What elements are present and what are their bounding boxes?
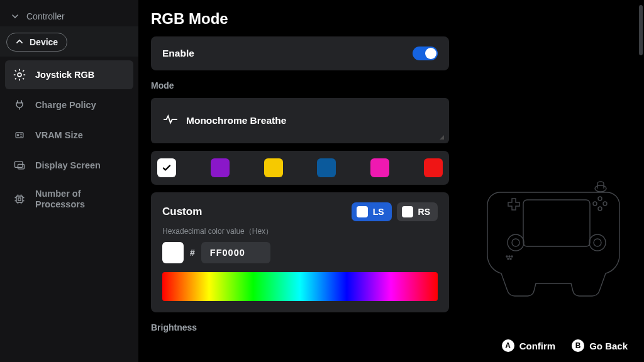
enable-card: Enable: [151, 36, 449, 70]
sidebar-item-label: Charge Policy: [35, 100, 96, 111]
hex-row: #: [162, 242, 438, 263]
svg-point-12: [508, 234, 524, 251]
plug-icon: [13, 98, 26, 112]
sidebar: Controller Device Joystick RGB C: [0, 0, 138, 362]
sidebar-item-label: VRAM Size: [35, 130, 83, 141]
svg-rect-4: [18, 164, 25, 169]
hex-hint: Hexadecimal color value（Hex）: [162, 226, 438, 237]
svg-point-19: [508, 258, 509, 260]
ls-button[interactable]: LS: [352, 202, 392, 221]
mode-selected-value: Monochrome Breathe: [186, 115, 286, 126]
b-button-icon: B: [572, 339, 584, 352]
sidebar-section-device[interactable]: Device: [6, 33, 67, 52]
check-icon: [162, 163, 172, 173]
swatch-dot: [402, 206, 413, 217]
svg-point-20: [510, 258, 511, 260]
sidebar-item-num-processors[interactable]: Number of Processors: [5, 181, 133, 217]
brightness-section-label: Brightness: [151, 322, 449, 332]
page-title: RGB Mode: [151, 10, 639, 28]
svg-point-2: [17, 134, 18, 136]
sidebar-items: Joystick RGB Charge Policy VRAM Size Dis…: [0, 57, 138, 221]
main: RGB Mode Enable Mode Monochrome Breathe: [138, 0, 644, 362]
svg-point-0: [18, 73, 21, 77]
hex-input[interactable]: [201, 242, 270, 263]
sidebar-item-label: Joystick RGB: [35, 70, 94, 80]
chip-icon: [13, 128, 26, 142]
mode-select[interactable]: Monochrome Breathe: [151, 98, 449, 143]
sidebar-item-vram-size[interactable]: VRAM Size: [5, 121, 133, 150]
color-swatch-yellow[interactable]: [264, 158, 283, 177]
hue-slider[interactable]: [162, 272, 438, 301]
custom-header: Custom LS RS: [162, 202, 438, 221]
svg-point-11: [598, 207, 602, 211]
color-swatch-blue[interactable]: [317, 158, 336, 177]
svg-point-13: [512, 239, 519, 246]
color-swatch-red[interactable]: [424, 158, 443, 177]
sidebar-section-label: Controller: [26, 11, 65, 21]
app-root: Controller Device Joystick RGB C: [0, 0, 644, 362]
svg-rect-5: [16, 196, 23, 202]
color-swatch-purple[interactable]: [211, 158, 230, 177]
footer-hints: A Confirm B Go Back: [502, 339, 628, 352]
svg-rect-6: [18, 198, 21, 200]
a-button-icon: A: [502, 339, 514, 352]
stick-segment: LS RS: [352, 202, 438, 221]
svg-point-15: [594, 239, 601, 246]
sidebar-section-controller[interactable]: Controller: [0, 4, 138, 26]
back-label: Go Back: [589, 341, 628, 351]
confirm-hint: A Confirm: [502, 339, 556, 352]
svg-point-10: [593, 202, 597, 206]
monitor-icon: [13, 158, 26, 172]
svg-point-21: [595, 185, 606, 192]
confirm-label: Confirm: [519, 341, 556, 351]
chevron-down-icon: [11, 13, 19, 20]
toggle-knob: [425, 48, 436, 59]
sidebar-item-label: Display Screen: [35, 160, 101, 171]
rs-button[interactable]: RS: [397, 202, 438, 221]
wave-icon: [164, 114, 177, 127]
svg-point-9: [603, 202, 607, 206]
hex-preview-swatch[interactable]: [162, 242, 184, 263]
svg-point-18: [511, 256, 513, 257]
gear-icon: [13, 68, 26, 82]
color-swatch-white[interactable]: [157, 158, 176, 177]
svg-point-14: [589, 234, 606, 251]
mode-section-label: Mode: [151, 80, 449, 90]
resize-grip-icon: [440, 135, 444, 140]
sidebar-item-label: Number of Processors: [35, 189, 127, 209]
sidebar-item-joystick-rgb[interactable]: Joystick RGB: [5, 60, 133, 89]
svg-point-17: [509, 256, 510, 257]
sidebar-item-charge-policy[interactable]: Charge Policy: [5, 90, 133, 119]
svg-point-16: [506, 256, 508, 257]
custom-color-card: Custom LS RS Hexadecimal color value（Hex…: [151, 192, 449, 312]
chevron-up-icon: [16, 37, 23, 47]
enable-label: Enable: [162, 48, 194, 59]
swatch-dot: [357, 206, 368, 217]
enable-toggle[interactable]: [413, 47, 438, 60]
custom-title: Custom: [162, 206, 202, 218]
ls-label: LS: [373, 207, 384, 217]
color-swatches: [151, 151, 449, 185]
scrollbar-thumb[interactable]: [639, 5, 643, 55]
sidebar-section-label: Device: [30, 37, 58, 47]
cpu-icon: [13, 192, 26, 206]
device-illustration: [484, 173, 629, 299]
sidebar-item-display-screen[interactable]: Display Screen: [5, 151, 133, 180]
sidebar-section-device-row: Device: [0, 26, 138, 57]
color-swatch-magenta[interactable]: [370, 158, 389, 177]
back-hint: B Go Back: [572, 339, 628, 352]
settings-column: Enable Mode Monochrome Breathe: [151, 36, 449, 332]
svg-point-8: [598, 197, 602, 200]
rs-label: RS: [418, 207, 430, 217]
svg-rect-7: [523, 200, 590, 246]
hash-label: #: [190, 248, 195, 258]
